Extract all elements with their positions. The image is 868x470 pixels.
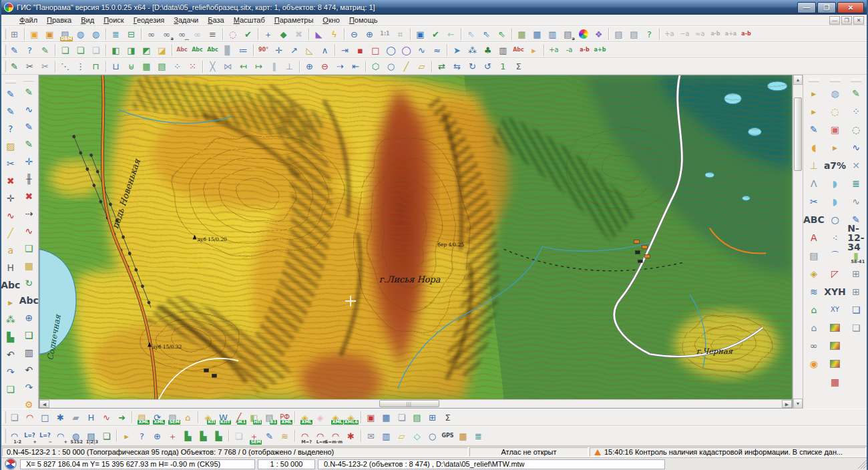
flashlight-document-icon[interactable]: ▸	[805, 102, 823, 120]
pencil-region-icon[interactable]: ✎	[805, 120, 823, 138]
redo-icon[interactable]: ↷	[2, 363, 19, 381]
map-view[interactable]: дуб 15/0.20 дуб 15/0.32 бер 4/0.25 падь …	[39, 75, 792, 399]
profile-chart-icon[interactable]: ∿	[847, 192, 865, 210]
cut-draw-icon[interactable]: ✂	[805, 192, 823, 210]
merge-object-icon[interactable]: ◨	[124, 43, 139, 57]
step-back-icon[interactable]: ←	[443, 27, 459, 41]
xyh-label-icon[interactable]: XYH	[826, 282, 845, 300]
menu-item[interactable]: Задачи	[169, 15, 203, 25]
poly-xml-icon[interactable]: ◈XML	[297, 410, 312, 425]
red-node-icon[interactable]: ▪	[353, 43, 368, 57]
select-clear-icon[interactable]: ✖	[291, 27, 306, 41]
join-points-icon[interactable]: ◪	[154, 43, 170, 57]
menu-item[interactable]: Вид	[76, 15, 99, 25]
open-map-icon[interactable]: ▣	[27, 27, 42, 41]
pipes-bend-icon[interactable]: ≋	[277, 427, 292, 445]
measure-area-icon[interactable]: ▱	[414, 59, 429, 74]
run-task-icon[interactable]: ϟ	[327, 27, 342, 41]
grid-colored-icon[interactable]: ▦	[455, 427, 471, 445]
list-query-icon[interactable]: ?	[134, 427, 150, 445]
spline-icon[interactable]: ∿	[414, 43, 429, 57]
map-structure-icon[interactable]: ⊟	[124, 27, 139, 41]
sheets-stack-icon[interactable]: ❏	[847, 300, 865, 318]
square-red-ab-icon[interactable]: a-b	[577, 43, 592, 57]
edit-pencil-icon[interactable]: ✎	[7, 43, 22, 57]
nodes-path-icon[interactable]: ⋱	[57, 59, 73, 74]
find-icon[interactable]: ∞	[144, 27, 159, 41]
house-document-icon[interactable]: ⌂	[805, 318, 823, 336]
printer-icon[interactable]: ▤	[805, 246, 823, 264]
chart-bars-1-icon[interactable]: ▙	[180, 427, 196, 445]
gps-point-icon[interactable]: ◉	[805, 355, 823, 373]
print-icon[interactable]: ▤	[611, 27, 626, 41]
menu-item[interactable]: Файл	[15, 15, 42, 25]
send-envelope-icon[interactable]: ✉	[363, 427, 379, 445]
relief-stack-icon[interactable]	[826, 336, 845, 355]
scroll-up-arrow[interactable]: ▲	[793, 75, 803, 85]
line-extend-icon[interactable]: ⇢	[333, 59, 348, 74]
help-pointer-icon[interactable]: ?	[642, 27, 657, 41]
tree-conifer-icon[interactable]: ♣	[480, 43, 495, 57]
gray-stack-icon[interactable]: ❏	[231, 427, 246, 445]
find-text-icon[interactable]: ∞a	[159, 27, 174, 41]
poly-open-icon[interactable]: ○	[383, 59, 399, 74]
region-points-icon[interactable]: ◌	[847, 120, 865, 138]
registry-green-icon[interactable]: ▤	[409, 410, 425, 425]
node-cross-icon[interactable]: ✛	[271, 43, 286, 57]
node-delete-icon[interactable]: ⊖	[317, 59, 333, 74]
panel-icon[interactable]: ▥	[20, 344, 37, 361]
node-move-icon[interactable]: ↗	[286, 43, 302, 57]
poly-dots-icon[interactable]: ○	[425, 427, 440, 445]
maps-green-icon[interactable]: ❏	[20, 326, 37, 344]
circle-pencil-icon[interactable]: ◯	[383, 43, 399, 57]
menu-item[interactable]: Окно	[318, 15, 345, 25]
scale-1-1-icon[interactable]: 1:1	[377, 27, 393, 41]
select-area-icon[interactable]: ◌	[225, 27, 240, 41]
open-site-icon[interactable]: ▣	[42, 27, 57, 41]
triangle-ruler-icon[interactable]: ◺	[302, 43, 317, 57]
select-add-icon[interactable]: ＋	[260, 27, 276, 41]
poly-cyan-icon[interactable]: ◇	[409, 427, 425, 445]
protractor-icon[interactable]: ◖	[805, 138, 823, 156]
peaks-icon[interactable]: ∧	[317, 43, 333, 57]
measure-line-icon[interactable]: ╱	[399, 59, 414, 74]
select-minus-a-icon[interactable]: -a	[562, 43, 577, 57]
pencil-curve-icon[interactable]: ∿	[20, 101, 37, 118]
select-grid-icon[interactable]: ▦	[529, 27, 545, 41]
scatter-objects-icon[interactable]: ◩	[139, 43, 154, 57]
route-pins-icon[interactable]: ❖	[591, 27, 606, 41]
area-s1s2-icon[interactable]: ◍S1S2	[68, 427, 83, 445]
red-frame-table-icon[interactable]: ▣	[363, 410, 379, 425]
scroll-left-arrow[interactable]: ◀	[39, 400, 49, 408]
heatmap-icon[interactable]: ▦	[826, 373, 845, 391]
layer-ruler-icon[interactable]: ≣	[847, 174, 865, 192]
fit-window-icon[interactable]: ▣	[413, 27, 428, 41]
line-trim-icon[interactable]: ⇤	[348, 59, 363, 74]
v-square-icon[interactable]: ⊔	[108, 59, 124, 74]
square-list-icon[interactable]: ▤	[154, 59, 170, 74]
zu-xml-6-icon[interactable]: ◈XML6	[343, 410, 359, 425]
pencil-zone-icon[interactable]: ✎	[847, 84, 865, 102]
swap-green-icon[interactable]: ⇄	[434, 59, 449, 74]
scheme-tree-icon[interactable]: ⁂	[2, 311, 19, 328]
legend-ranges-icon[interactable]: ▮58-41	[847, 246, 865, 264]
vertical-scroll-thumb[interactable]	[794, 97, 802, 171]
menu-item[interactable]: Помощь	[345, 15, 383, 25]
vertical-scroll-track[interactable]	[793, 85, 803, 399]
label-off-icon[interactable]: Abc	[174, 43, 190, 57]
flashlight-ellipse-icon[interactable]: ◌	[826, 102, 845, 120]
compass-icon[interactable]	[5, 458, 17, 470]
globe-direction-icon[interactable]: ➤	[449, 43, 465, 57]
flow-blue-icon[interactable]: ∿	[847, 138, 865, 156]
panel-list-icon[interactable]: ▥	[495, 43, 511, 57]
create-green-icon[interactable]: ✎	[7, 59, 22, 74]
layers-icon[interactable]: ≣	[108, 27, 124, 41]
draw-rake-icon[interactable]: ✎	[2, 103, 19, 120]
cut-cross-icon[interactable]: ✂	[37, 59, 53, 74]
kpt-xml-icon[interactable]: WКПТ	[216, 410, 231, 425]
image-stack-icon[interactable]: ❏	[2, 381, 19, 398]
v1-xml-icon[interactable]: ▤В1	[262, 410, 277, 425]
pointer-map-icon[interactable]: ⇖	[479, 27, 494, 41]
menu-item[interactable]: Правка	[42, 15, 76, 25]
select-ok-icon[interactable]: ✔	[240, 27, 256, 41]
